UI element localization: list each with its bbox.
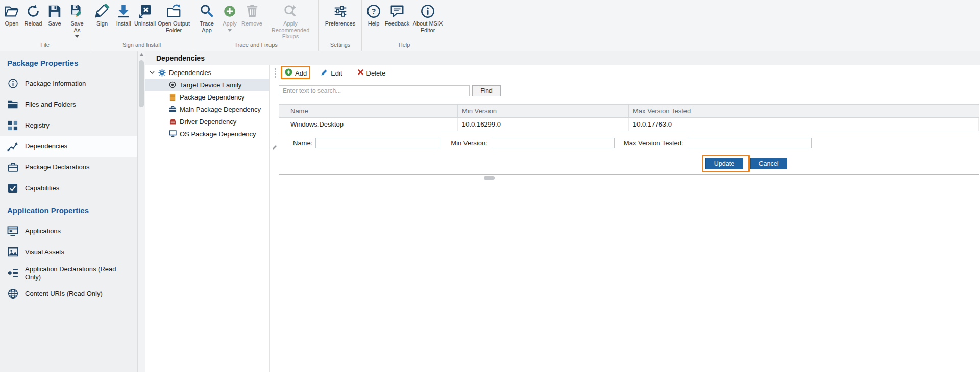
ribbon-group-label: Sign and Install	[90, 42, 193, 51]
install-arrow-icon	[116, 3, 131, 19]
column-header-name[interactable]: Name	[279, 105, 458, 117]
sidebar-scrollbar[interactable]	[137, 51, 145, 372]
scrollbar-thumb[interactable]	[139, 60, 144, 107]
cell-min-version[interactable]: 10.0.16299.0	[458, 118, 629, 131]
min-version-field-label: Min Version:	[451, 139, 487, 147]
cell-max-version-tested[interactable]: 10.0.17763.0	[629, 118, 979, 131]
install-button[interactable]: Install	[113, 2, 134, 28]
search-input[interactable]	[279, 85, 470, 96]
ribbon-group-settings: Preferences Settings	[319, 0, 362, 51]
table-row[interactable]: Windows.Desktop 10.0.16299.0 10.0.17763.…	[279, 118, 979, 131]
sliders-icon	[333, 3, 348, 19]
sidebar-item-package-declarations[interactable]: Package Declarations	[0, 157, 137, 178]
driver-icon	[168, 118, 177, 125]
dependencies-icon	[7, 141, 18, 152]
info-icon	[7, 78, 18, 89]
tree-item-package-dependency[interactable]: Package Dependency	[145, 91, 270, 103]
preferences-button[interactable]: Preferences	[324, 2, 357, 28]
name-field-label: Name:	[293, 139, 312, 147]
cell-name[interactable]: Windows.Desktop	[279, 118, 458, 131]
edit-pencil-icon	[321, 68, 328, 78]
tree-item-driver-dependency[interactable]: Driver Dependency	[145, 115, 270, 128]
reload-button[interactable]: Reload	[23, 2, 43, 28]
question-icon: ?	[366, 3, 381, 19]
find-button[interactable]: Find	[472, 85, 501, 96]
apply-recommended-fixups-button[interactable]: Apply Recommended Fixups	[264, 2, 317, 41]
toolbar-grip[interactable]	[275, 68, 276, 78]
about-msix-editor-button[interactable]: About MSIX Editor	[410, 2, 445, 34]
uninstall-button[interactable]: Uninstall	[135, 2, 155, 28]
column-header-min-version[interactable]: Min Version	[458, 105, 629, 117]
add-button[interactable]: Add	[283, 67, 309, 79]
chevron-down-icon	[75, 34, 79, 38]
monitor-icon	[168, 130, 177, 137]
target-icon	[168, 81, 177, 88]
folder-icon	[7, 100, 18, 109]
chevron-down-icon	[228, 28, 232, 32]
tree-item-label: Dependencies	[169, 69, 211, 77]
tree-item-label: Target Device Family	[180, 81, 241, 89]
save-icon	[47, 3, 62, 19]
column-header-max-version-tested[interactable]: Max Version Tested	[629, 105, 979, 117]
ribbon-group-file: Open Reload Save	[0, 0, 90, 51]
min-version-field[interactable]	[491, 138, 615, 148]
trash-icon	[244, 3, 260, 19]
sidebar-item-dependencies[interactable]: Dependencies	[0, 136, 137, 157]
tree-item-label: OS Package Dependency	[180, 130, 256, 138]
save-button[interactable]: Save	[44, 2, 65, 28]
max-version-field[interactable]	[687, 138, 812, 148]
sidebar-item-label: Visual Assets	[25, 248, 64, 256]
tree-item-label: Package Dependency	[180, 93, 244, 101]
cancel-button[interactable]: Cancel	[750, 158, 787, 169]
tree-item-os-package-dependency[interactable]: OS Package Dependency	[145, 128, 270, 140]
delete-button[interactable]: Delete	[355, 67, 388, 79]
magnifier-icon	[199, 3, 214, 19]
globe-icon	[7, 288, 18, 299]
sidebar-item-registry[interactable]: Registry	[0, 115, 137, 136]
open-output-folder-button[interactable]: Open Output Folder	[156, 2, 191, 34]
sidebar: Package Properties Package Information F…	[0, 51, 137, 372]
grid-toolbar: Add Edit Delete	[270, 65, 980, 81]
help-button[interactable]: ? Help	[363, 2, 384, 28]
uninstall-icon	[137, 3, 153, 19]
case-icon	[168, 106, 177, 113]
scroll-up-arrow-icon[interactable]	[138, 51, 145, 58]
sidebar-item-label: Content URIs (Read Only)	[25, 290, 103, 297]
sidebar-item-applications[interactable]: Applications	[0, 220, 137, 241]
name-field[interactable]	[315, 138, 440, 148]
info-circle-icon	[420, 3, 435, 19]
sidebar-item-application-declarations[interactable]: Application Declarations (Read Only)	[0, 262, 137, 283]
update-button[interactable]: Update	[705, 158, 743, 169]
ribbon-group-sign-install: Sign Install Uninstall	[90, 0, 193, 51]
edit-row-indicator-pencil-icon	[271, 144, 278, 150]
sidebar-item-visual-assets[interactable]: Visual Assets	[0, 241, 137, 262]
save-as-button[interactable]: Save As	[66, 2, 88, 39]
sidebar-item-label: Files and Folders	[25, 101, 76, 108]
registry-icon	[7, 120, 18, 131]
sidebar-item-files-and-folders[interactable]: Files and Folders	[0, 94, 137, 115]
remove-button[interactable]: Remove	[241, 2, 263, 28]
apply-button[interactable]: Apply	[219, 2, 240, 33]
edit-button[interactable]: Edit	[318, 67, 344, 79]
sidebar-header-application-properties: Application Properties	[0, 199, 137, 220]
sidebar-item-package-information[interactable]: Package Information	[0, 73, 137, 94]
trace-app-button[interactable]: Trace App	[195, 2, 218, 34]
sidebar-item-content-uris[interactable]: Content URIs (Read Only)	[0, 283, 137, 304]
tree-expander-icon[interactable]	[149, 71, 155, 75]
gear-icon	[158, 69, 166, 77]
tree-item-label: Main Package Dependency	[180, 106, 261, 113]
sidebar-header-package-properties: Package Properties	[0, 51, 137, 73]
sidebar-item-label: Applications	[25, 227, 61, 235]
tree-item-target-device-family[interactable]: Target Device Family	[145, 79, 270, 91]
fixups-magnifier-icon	[283, 3, 298, 19]
horizontal-scrollbar-thumb[interactable]	[484, 176, 495, 180]
tree-item-main-package-dependency[interactable]: Main Package Dependency	[145, 103, 270, 115]
delete-button-label: Delete	[366, 69, 386, 77]
sign-button[interactable]: Sign	[92, 2, 112, 28]
page-title: Dependencies	[145, 51, 980, 65]
feedback-button[interactable]: Feedback	[385, 2, 409, 28]
speech-bubble-icon	[389, 3, 405, 19]
open-button[interactable]: Open	[2, 2, 22, 28]
sidebar-item-capabilities[interactable]: Capabilities	[0, 178, 137, 199]
tree-item-dependencies[interactable]: Dependencies	[145, 66, 270, 79]
